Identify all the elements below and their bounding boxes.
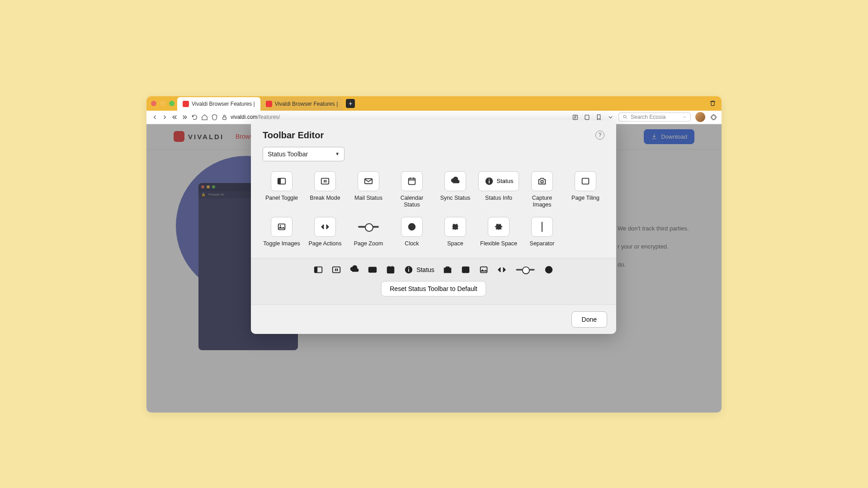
fast-forward-button[interactable] [181, 114, 188, 121]
status-info-icon[interactable]: Status [404, 265, 434, 275]
rewind-button[interactable] [171, 114, 178, 121]
svg-rect-30 [408, 267, 409, 268]
done-button[interactable]: Done [571, 311, 607, 328]
comp-space[interactable]: Space [434, 214, 477, 250]
svg-point-17 [280, 225, 281, 226]
comp-capture-images[interactable]: Capture Images [520, 169, 564, 211]
vivaldi-favicon [266, 101, 272, 107]
svg-rect-25 [337, 269, 338, 272]
url-field[interactable]: vivaldi.com/features/ [231, 114, 280, 120]
svg-rect-24 [335, 269, 336, 272]
svg-rect-27 [387, 267, 394, 273]
mail-icon[interactable] [368, 265, 377, 275]
comp-break-mode[interactable]: Break Mode [303, 169, 347, 211]
comp-status-info[interactable]: Status Status Info [477, 169, 520, 211]
vivaldi-favicon [183, 101, 189, 107]
tab-title: Vivaldi Browser Features | [192, 101, 255, 107]
svg-rect-16 [278, 224, 285, 230]
images-icon[interactable] [479, 265, 489, 275]
component-grid: Panel Toggle Break Mode Mail Status Cale… [251, 166, 616, 258]
svg-rect-12 [489, 180, 490, 183]
svg-rect-23 [333, 267, 340, 273]
comp-calendar-status[interactable]: Calendar Status [390, 169, 434, 211]
back-button[interactable] [151, 114, 158, 121]
reload-button[interactable] [191, 114, 198, 121]
forward-button[interactable] [161, 114, 168, 121]
cloud-icon[interactable] [349, 265, 359, 275]
svg-rect-33 [481, 267, 487, 273]
slider-icon [358, 226, 379, 228]
zoom-slider-icon[interactable] [516, 269, 534, 271]
tab-active[interactable]: Vivaldi Browser Features | [177, 97, 260, 111]
clock-icon[interactable] [544, 265, 554, 275]
panel-toggle-icon[interactable] [313, 265, 323, 275]
comp-page-tiling[interactable]: Page Tiling [564, 169, 607, 211]
new-tab-button[interactable]: + [346, 99, 355, 108]
svg-rect-8 [326, 180, 326, 183]
calendar-icon[interactable] [386, 265, 396, 275]
comp-page-zoom[interactable]: Page Zoom [347, 214, 390, 250]
help-button[interactable]: ? [595, 131, 604, 140]
bookmark-icon[interactable] [595, 114, 602, 121]
comp-clock[interactable]: Clock [390, 214, 434, 250]
svg-point-3 [623, 115, 626, 118]
svg-rect-29 [408, 269, 409, 272]
svg-rect-22 [315, 267, 317, 273]
reset-button[interactable]: Reset Status Toolbar to Default [381, 281, 486, 296]
modal-title: Toolbar Editor [263, 130, 324, 141]
svg-rect-0 [222, 117, 226, 119]
comp-separator[interactable]: Separator [520, 214, 564, 250]
comp-page-actions[interactable]: Page Actions [303, 214, 347, 250]
comp-sync-status[interactable]: Sync Status [434, 169, 477, 211]
chevron-down-icon[interactable] [607, 114, 614, 121]
comp-mail-status[interactable]: Mail Status [347, 169, 390, 211]
home-button[interactable] [201, 114, 208, 121]
svg-rect-32 [462, 267, 469, 273]
svg-rect-20 [496, 224, 501, 229]
chevron-down-icon: ▼ [335, 151, 340, 156]
comp-panel-toggle[interactable]: Panel Toggle [260, 169, 303, 211]
current-toolbar-tray[interactable]: Status Reset Status Toolbar to Default [251, 258, 616, 305]
reader-icon[interactable] [571, 114, 579, 121]
svg-rect-15 [582, 178, 589, 184]
svg-point-31 [446, 269, 449, 272]
svg-rect-2 [585, 115, 589, 119]
break-mode-icon[interactable] [331, 265, 341, 275]
svg-rect-10 [409, 178, 415, 184]
svg-rect-13 [489, 178, 490, 179]
svg-rect-19 [453, 224, 458, 229]
toolbar-selector[interactable]: Status Toolbar ▼ [263, 147, 344, 161]
svg-point-14 [541, 180, 543, 183]
avatar[interactable] [695, 112, 705, 122]
tab-title: Vivaldi Browser Features | [275, 101, 338, 107]
window-controls[interactable] [150, 96, 177, 111]
separator-icon [542, 222, 542, 232]
camera-icon[interactable] [443, 265, 453, 275]
tab-strip: Vivaldi Browser Features | Vivaldi Brows… [146, 96, 722, 111]
trash-icon[interactable] [709, 96, 722, 111]
svg-rect-6 [321, 178, 329, 184]
comp-toggle-images[interactable]: Toggle Images [260, 214, 303, 250]
svg-rect-7 [324, 180, 325, 183]
search-input[interactable]: Search Ecosia [618, 113, 691, 122]
lock-icon [221, 114, 228, 121]
code-icon[interactable] [497, 265, 507, 275]
comp-flexible-space[interactable]: Flexible Space [477, 214, 520, 250]
tiling-icon[interactable] [461, 265, 471, 275]
toolbar-editor-modal: Toolbar Editor ? Status Toolbar ▼ Panel … [251, 120, 616, 334]
tab-inactive[interactable]: Vivaldi Browser Features | [260, 97, 344, 111]
shield-icon[interactable] [211, 114, 218, 121]
extensions-icon[interactable] [710, 114, 717, 121]
notes-icon[interactable] [583, 114, 590, 121]
svg-rect-5 [278, 178, 281, 184]
